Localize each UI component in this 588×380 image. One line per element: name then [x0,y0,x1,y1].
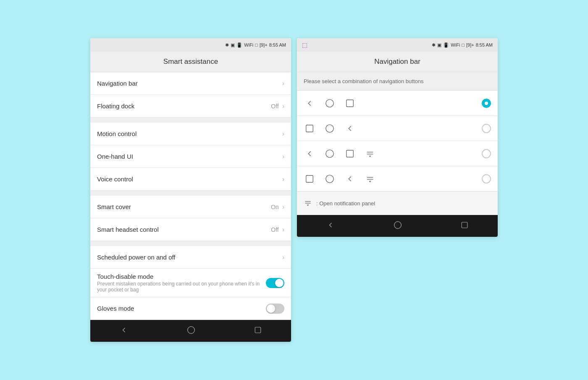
notif-note-text: : Open notification panel [316,200,375,207]
navigation-bar-label: Navigation bar [97,80,282,87]
section-divider-1 [90,118,291,123]
notification-note: : Open notification panel [297,191,498,215]
touch-disable-sublabel: Prevent mistaken operations being carrie… [97,281,266,293]
bat2-icon: [9]+ [466,42,474,47]
vib-icon: 📳 [443,42,449,48]
floating-dock-label: Floating dock [97,102,271,110]
svg-rect-1 [255,327,261,333]
section-divider-3 [90,241,291,246]
svg-point-5 [326,124,333,132]
touch-disable-item[interactable]: Touch-disable mode Prevent mistaken oper… [90,269,291,297]
motion-control-chevron: › [282,130,284,138]
notif-note-icon [304,199,312,208]
left-status-icons: ✱ ▣ 📳 WiFi □ [9]+ 8:55 AM [225,42,286,48]
gloves-mode-label: Gloves mode [97,305,266,312]
left-recents-button[interactable] [247,323,268,339]
back-icon-1 [304,99,315,108]
svg-point-0 [188,326,195,333]
nav-option-4[interactable] [297,166,498,191]
bt-icon: ✱ [432,42,436,48]
nav-description: Please select a combination of navigatio… [297,72,498,91]
radio-option-1[interactable] [482,99,491,108]
svg-rect-4 [306,125,313,132]
voice-control-chevron: › [282,176,284,183]
nav-option-3[interactable] [297,141,498,166]
voice-control-label: Voice control [97,176,282,183]
smart-headset-chevron: › [282,226,284,233]
right-back-button[interactable] [320,218,341,235]
one-hand-ui-label: One-hand UI [97,153,282,160]
touch-disable-toggle[interactable] [266,278,284,288]
nav-option-2[interactable] [297,116,498,141]
left-navbar [90,320,291,342]
scheduled-power-item[interactable]: Scheduled power on and off › [90,246,291,269]
right-navbar [297,215,498,237]
floating-dock-value: Off [271,103,278,110]
smart-headset-label: Smart headset control [97,226,271,233]
wf-icon: WiFi [451,42,460,47]
radio-option-2[interactable] [482,124,491,133]
svg-point-2 [326,99,333,107]
left-status-bar: ✱ ▣ 📳 WiFi □ [9]+ 8:55 AM [90,38,291,52]
svg-rect-17 [462,222,467,228]
navigation-bar-item[interactable]: Navigation bar › [90,72,291,95]
scheduled-power-label: Scheduled power on and off [97,254,282,261]
right-phone: ⬚ ✱ ▣ 📳 WiFi □ [9]+ 8:55 AM Navigation b… [297,38,498,237]
nav-option-3-buttons [304,149,482,158]
right-screen-title: Navigation bar [297,52,498,72]
scheduled-power-chevron: › [282,254,284,261]
home-icon-3 [324,149,336,158]
square-icon-3 [344,149,356,158]
home-icon-2 [324,124,336,133]
square-icon-4 [304,174,315,183]
navigation-bar-chevron: › [282,80,284,87]
square-icon-2 [304,124,315,133]
nav-option-2-buttons [304,124,482,133]
gloves-mode-toggle[interactable] [266,304,284,314]
svg-rect-10 [306,175,313,182]
right-time-display: 8:55 AM [476,42,493,47]
smart-cover-value: On [271,204,279,210]
bat2-level: 9 [467,42,470,47]
home-icon-1 [324,99,336,108]
nav-option-4-buttons [304,174,482,183]
touch-disable-row: Touch-disable mode Prevent mistaken oper… [97,273,284,293]
motion-control-label: Motion control [97,130,282,137]
floating-dock-item[interactable]: Floating dock Off › [90,95,291,118]
smart-cover-label: Smart cover [97,203,271,210]
smart-headset-item[interactable]: Smart headset control Off › [90,218,291,241]
time-display: 8:55 AM [269,42,286,47]
radio-option-4[interactable] [482,174,491,183]
gloves-mode-item[interactable]: Gloves mode [90,297,291,320]
right-status-icons: ✱ ▣ 📳 WiFi □ [9]+ 8:55 AM [432,42,493,48]
nav-option-1[interactable] [297,91,498,116]
left-settings-list: Navigation bar › Floating dock Off › Mot… [90,72,291,320]
vibrate-icon: 📳 [236,42,242,48]
nav-option-1-buttons [304,99,482,108]
back-icon-2 [344,124,356,133]
back-icon-3 [304,149,315,158]
bluetooth-icon: ✱ [225,42,229,48]
nav-bar-screen: Please select a combination of navigatio… [297,72,498,215]
battery-level: 9 [261,42,263,47]
radio-option-3[interactable] [482,149,491,158]
svg-point-6 [326,149,333,157]
smart-cover-item[interactable]: Smart cover On › [90,196,291,218]
right-home-button[interactable] [387,218,409,235]
battery-icon: [9]+ [260,42,268,47]
right-recents-button[interactable] [454,218,475,234]
left-back-button[interactable] [113,322,135,340]
section-divider-2 [90,191,291,196]
back-icon-4 [344,174,356,183]
voice-control-item[interactable]: Voice control › [90,168,291,191]
left-screen-title: Smart assistance [90,52,291,72]
wifi-icon: WiFi [244,42,253,47]
one-hand-ui-item[interactable]: One-hand UI › [90,145,291,168]
nav-options-list [297,91,498,191]
notif-icon-3 [364,149,376,158]
sig-icon: ▣ [437,42,441,48]
signal-icon: ▣ [231,42,235,48]
left-home-button[interactable] [180,322,202,340]
home-icon-4 [324,174,336,183]
motion-control-item[interactable]: Motion control › [90,123,291,145]
